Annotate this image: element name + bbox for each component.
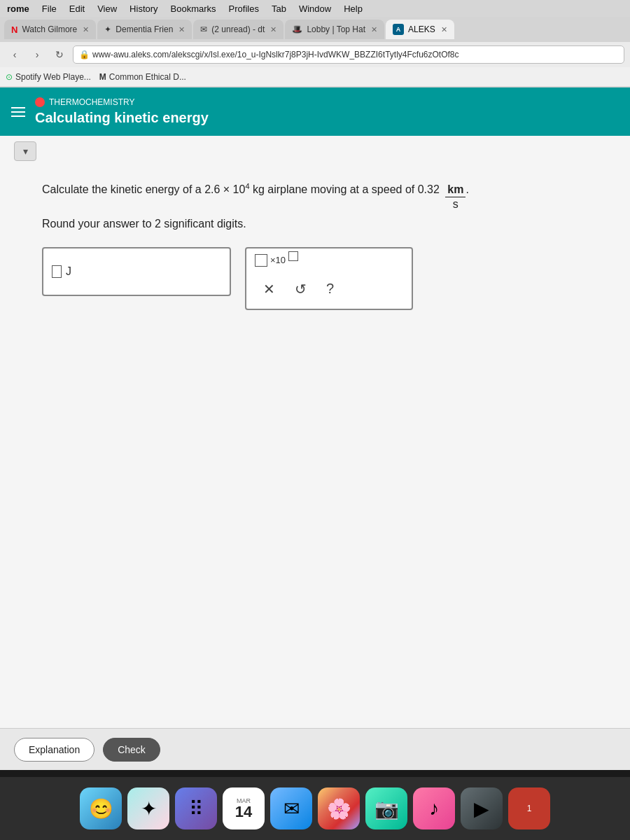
tab-aleks[interactable]: A ALEKS ✕ <box>386 20 454 39</box>
tab-netflix[interactable]: N Watch Gilmore ✕ <box>4 20 96 39</box>
cursor-box <box>52 265 62 278</box>
unit-fraction: km s <box>445 183 465 210</box>
menu-help[interactable]: Help <box>344 4 363 14</box>
menu-edit[interactable]: Edit <box>69 4 85 14</box>
dock-launchpad[interactable]: ⠿ <box>175 788 217 830</box>
sci-notation-buttons: ✕ ↺ ? <box>255 275 403 303</box>
sci-undo-button[interactable]: ↺ <box>292 278 309 300</box>
tab-lobby[interactable]: 🎩 Lobby | Top Hat ✕ <box>285 20 384 39</box>
dock-extra[interactable]: 1 <box>508 788 550 830</box>
round-note: Round your answer to 2 significant digit… <box>42 218 609 230</box>
menu-window[interactable]: Window <box>299 4 331 14</box>
menu-history[interactable]: History <box>130 4 158 14</box>
tab-email-label: (2 unread) - dt <box>211 24 265 34</box>
section-label-text: THERMOCHEMISTRY <box>49 97 134 107</box>
dock-facetime[interactable]: 📷 <box>365 788 407 830</box>
aleks-container: THERMOCHEMISTRY Calculating kinetic ener… <box>0 88 630 770</box>
explanation-button[interactable]: Explanation <box>14 738 94 762</box>
dock-siri[interactable]: ✦ <box>127 788 169 830</box>
unit-numerator: km <box>445 183 465 197</box>
bookmark-common-ethical[interactable]: M Common Ethical D... <box>99 72 186 82</box>
sci-help-button[interactable]: ? <box>323 278 337 300</box>
tab-dementia[interactable]: ✦ Dementia Frien ✕ <box>97 20 192 39</box>
section-label: THERMOCHEMISTRY <box>35 97 616 107</box>
dock: 😊 ✦ ⠿ MAR 14 ✉ 🌸 📷 ♪ ▶ 1 <box>0 777 630 840</box>
circle-icon <box>35 97 45 107</box>
address-field[interactable]: 🔒 www-awu.aleks.com/alekscgi/x/Isl.exe/1… <box>73 46 624 64</box>
m-icon: M <box>99 72 106 82</box>
back-button[interactable]: ‹ <box>6 46 24 64</box>
answer-unit-label: J <box>66 265 71 278</box>
bookmarks-bar: ⊙ Spotify Web Playe... M Common Ethical … <box>0 67 630 87</box>
tab-email-close[interactable]: ✕ <box>270 25 276 34</box>
url-text: www-awu.aleks.com/alekscgi/x/Isl.exe/1o_… <box>92 50 459 59</box>
tab-aleks-label: ALEKS <box>408 24 435 34</box>
answer-input-box[interactable]: J <box>42 247 231 296</box>
tab-aleks-close[interactable]: ✕ <box>441 25 447 34</box>
sci-notation-top: ×10 <box>255 254 403 267</box>
dock-finder[interactable]: 😊 <box>80 788 122 830</box>
music-icon: ♪ <box>429 797 439 820</box>
menu-bar: rome File Edit View History Bookmarks Pr… <box>0 0 630 17</box>
content-spacer <box>42 310 609 520</box>
tab-bar: N Watch Gilmore ✕ ✦ Dementia Frien ✕ ✉ (… <box>0 17 630 42</box>
extra-icon: 1 <box>527 804 532 813</box>
dock-music[interactable]: ♪ <box>413 788 455 830</box>
tab-lobby-label: Lobby | Top Hat <box>307 24 365 34</box>
sci-x10-label: ×10 <box>270 255 286 265</box>
tab-lobby-close[interactable]: ✕ <box>371 25 377 34</box>
dock-video[interactable]: ▶ <box>461 788 503 830</box>
netflix-icon: N <box>11 24 18 35</box>
forward-button[interactable]: › <box>28 46 46 64</box>
photos-icon: 🌸 <box>327 797 351 820</box>
bookmark-spotify[interactable]: ⊙ Spotify Web Playe... <box>6 72 91 82</box>
tab-netflix-close[interactable]: ✕ <box>83 25 89 34</box>
sci-close-button[interactable]: ✕ <box>260 278 278 300</box>
hamburger-icon[interactable] <box>11 107 25 117</box>
chevron-down-icon: ▾ <box>23 146 28 157</box>
tab-netflix-label: Watch Gilmore <box>22 24 77 34</box>
unit-denominator: s <box>451 197 461 211</box>
chevron-down-button[interactable]: ▾ <box>14 141 36 161</box>
dock-calendar[interactable]: MAR 14 <box>223 788 265 830</box>
finder-icon: 😊 <box>89 797 113 820</box>
answer-area: J ×10 ✕ ↺ ? <box>42 247 609 310</box>
launchpad-icon: ⠿ <box>189 797 204 820</box>
menu-profiles[interactable]: Profiles <box>229 4 259 14</box>
tab-email[interactable]: ✉ (2 unread) - dt ✕ <box>193 20 284 39</box>
bookmark-spotify-label: Spotify Web Playe... <box>15 72 91 82</box>
browser-chrome: N Watch Gilmore ✕ ✦ Dementia Frien ✕ ✉ (… <box>0 17 630 88</box>
menu-view[interactable]: View <box>97 4 117 14</box>
aleks-content: Calculate the kinetic energy of a 2.6 × … <box>0 167 630 534</box>
bookmark-common-ethical-label: Common Ethical D... <box>109 72 186 82</box>
reload-button[interactable]: ↻ <box>50 46 69 64</box>
video-icon: ▶ <box>474 797 489 820</box>
problem-text-after: kg airplane moving at a speed of 0.32 <box>250 183 440 195</box>
menu-bookmarks[interactable]: Bookmarks <box>171 4 216 14</box>
sci-box <box>255 254 267 267</box>
dock-mail[interactable]: ✉ <box>270 788 312 830</box>
tophat-icon: 🎩 <box>292 24 302 34</box>
app-name: rome <box>7 4 29 14</box>
dock-photos[interactable]: 🌸 <box>318 788 360 830</box>
calendar-day: 14 <box>235 804 252 820</box>
menu-file[interactable]: File <box>42 4 57 14</box>
dementia-icon: ✦ <box>104 24 111 34</box>
problem-statement: Calculate the kinetic energy of a 2.6 × … <box>42 181 609 211</box>
topic-title: Calculating kinetic energy <box>35 110 616 126</box>
aleks-icon: A <box>393 24 404 35</box>
tab-dementia-label: Dementia Frien <box>115 24 173 34</box>
menu-tab[interactable]: Tab <box>272 4 286 14</box>
problem-text-before: Calculate the kinetic energy of a 2.6 × … <box>42 183 245 195</box>
email-icon: ✉ <box>200 24 207 34</box>
siri-icon: ✦ <box>141 797 157 820</box>
aleks-header: THERMOCHEMISTRY Calculating kinetic ener… <box>0 88 630 136</box>
check-button[interactable]: Check <box>103 738 160 762</box>
mail-icon: ✉ <box>284 797 300 820</box>
facetime-icon: 📷 <box>374 797 399 820</box>
tab-dementia-close[interactable]: ✕ <box>178 25 185 34</box>
address-bar: ‹ › ↻ 🔒 www-awu.aleks.com/alekscgi/x/Isl… <box>0 42 630 67</box>
spotify-icon: ⊙ <box>6 72 13 82</box>
bottom-action-bar: Explanation Check <box>0 728 630 770</box>
lock-icon: 🔒 <box>79 50 90 59</box>
